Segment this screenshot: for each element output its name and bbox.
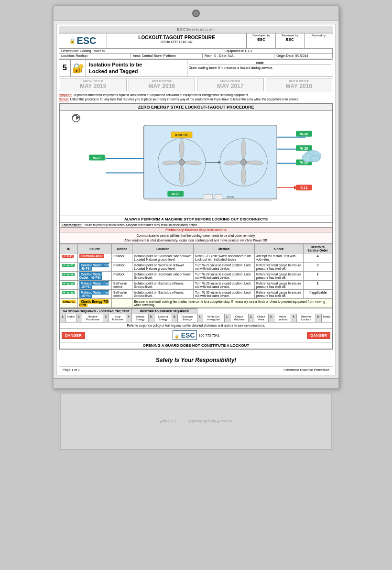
step-6-label: Dissipate Energy <box>177 314 197 322</box>
cell-id: ⮕ W-27 <box>60 263 78 272</box>
developed-by-value: ESC <box>248 37 274 42</box>
website-bar: ESCServices.com <box>59 26 333 33</box>
cell-device: Padlock <box>112 253 132 263</box>
col-check: Check <box>254 244 303 253</box>
svg-text:W-27: W-27 <box>93 156 101 159</box>
origin-date-cell: Origin Date: 5/1/2014 <box>274 54 333 58</box>
purpose-label: Purpose: <box>59 93 72 97</box>
reviewed-by-cell: Reviewed by ESC <box>275 33 304 48</box>
col-source: Source <box>78 244 112 253</box>
svg-text:W-28: W-28 <box>172 192 180 196</box>
source-badge: Kinetic Energy 750 RPM <box>79 299 109 307</box>
badge-content: ESCServices.com 🔒 ESC LOCKOUT-TAGOUT PRO… <box>56 24 336 375</box>
id-badge: ⮕ W-29 <box>62 282 75 285</box>
svg-text:W-30: W-30 <box>300 132 308 136</box>
step-1-num: 1. <box>60 314 66 322</box>
cell-check: Reference local gauge to ensure pressure… <box>254 263 303 272</box>
document-title: LOCKOUT-TAGOUT PROCEDURE <box>109 35 245 40</box>
col-device: Device <box>112 244 132 253</box>
cell-source: Electrical 480V <box>78 253 112 263</box>
cell-order: If applicable <box>304 290 332 299</box>
svg-text:E-11: E-11 <box>301 186 308 189</box>
location-cell: Location: Rooftop <box>59 54 131 58</box>
cell-id: ⮕ E-11 <box>60 253 78 263</box>
safety-section: Safety Is Your Responsibility! <box>59 351 333 366</box>
audit-year-4: 2018 <box>299 83 312 89</box>
refer-text: Refer to corporate policy or training ma… <box>60 322 332 328</box>
step-7-label: Verify De-energized <box>203 314 224 322</box>
scope-text: Utilize this procedure for any task that… <box>70 98 299 101</box>
r-step-5-label: Notify <box>321 314 332 322</box>
audit-year-2: 2016 <box>162 83 175 89</box>
zero-energy-title: ZERO ENERGY STATE LOCKOUT-TAGOUT PROCEDU… <box>60 104 332 111</box>
footer-phone: 866-773-7541 <box>199 334 220 337</box>
step-7-num: 7. <box>197 314 203 322</box>
enforcement-text: Failure to properly follow lockout-tagou… <box>83 223 198 227</box>
enforcement: Enforcement: Failure to properly follow … <box>60 223 332 228</box>
source-badge: Cooling Water Inlet - 40 PSI <box>79 263 109 271</box>
step-2-label: Review Procedure <box>82 314 103 322</box>
r-step-5-num: 5. <box>316 314 321 322</box>
cell-source: Makeup Water Inlet - 15 PSI <box>78 281 112 290</box>
col-location: Location <box>132 244 194 253</box>
diagram-svg: KINETIC <box>60 111 332 216</box>
cell-order: 4 <box>304 253 332 263</box>
title-area: LOCKOUT-TAGOUT PROCEDURE OSHA CFR 1910.1… <box>107 33 247 48</box>
step-2-num: 2. <box>76 314 82 322</box>
note-text: Drain cooling tower if it presents a haz… <box>189 66 331 69</box>
cell-method: Turn W-29 valve to closed position. Lock… <box>194 281 255 290</box>
step-6-num: 6. <box>172 314 177 322</box>
reviewed-by-label: Reviewed by <box>277 34 303 37</box>
step-5-num: 5. <box>148 314 154 322</box>
cell-device: Padlock <box>112 272 132 281</box>
table-row: ⮕ W-28 Cooling Water Outlet - 40 PSI Pad… <box>60 272 332 281</box>
step-4-num: 4. <box>126 314 132 322</box>
col-method: Method <box>194 244 255 253</box>
page-info-row: Page 1 of 1 Schematic Example Procedure <box>59 366 333 373</box>
osha-ref: OSHA CFR 1910.147 <box>109 40 245 44</box>
zero-energy-box: ZERO ENERGY STATE LOCKOUT-TAGOUT PROCEDU… <box>59 103 333 350</box>
footer-logo: 🔒 ESC <box>173 330 197 340</box>
note-label: Note <box>189 61 331 65</box>
svg-text:W-29: W-29 <box>300 146 308 150</box>
audit-month-2: MAY <box>149 83 163 89</box>
id-badge: ⮕ E-11 <box>62 255 74 258</box>
table-section: ID Source Device Location Method Check R… <box>60 244 332 308</box>
cell-source: Makeup Water Inlet - 15 PSI <box>78 290 112 299</box>
svg-text:KINETIC: KINETIC <box>175 133 188 137</box>
cell-method: Move E-11 knife switch disconnect to off… <box>194 253 255 263</box>
cell-id: ⮕ W-29 <box>60 281 78 290</box>
table-row: ⮕ W-30 Makeup Water Inlet - 15 PSI Ball … <box>60 290 332 299</box>
svg-point-33 <box>310 155 320 162</box>
header-row3: Location: Rooftop Area: Central Tower Pl… <box>59 54 333 58</box>
svg-text:ROOM: ROOM <box>227 196 234 198</box>
audit-cell-2: NEXT AUDIT DUE MAY 2016 <box>129 78 196 91</box>
audit-cell-4: NEXT AUDIT DUE MAY 2018 <box>266 78 333 91</box>
id-badge: ⮕ W-30 <box>62 291 75 294</box>
source-badge: Makeup Water Inlet - 15 PSI <box>79 290 109 298</box>
prelim-header: Preliminary Machine Stop Instructions <box>60 228 332 232</box>
step-5-label: Lockout Energy <box>154 314 172 322</box>
r-step-1-num: 1. <box>224 314 230 322</box>
badge-hole <box>192 10 200 17</box>
developed-by-cell: Developed by ESC <box>247 33 275 48</box>
dev-rev-area: Developed by ESC Reviewed by ESC Revised… <box>247 33 333 48</box>
cell-check: Reference local gauge to ensure pressure… <box>254 281 303 290</box>
col-order: Return to Service Order <box>304 244 332 253</box>
cell-source: Cooling Water Inlet - 40 PSI <box>78 263 112 272</box>
cell-device: Ball valve device <box>112 290 132 299</box>
cell-device: Padlock <box>112 263 132 272</box>
revised-by-label: Revised by <box>305 34 332 37</box>
main-table: ID Source Device Location Method Check R… <box>60 244 332 308</box>
lock-icon-area: 🔐 <box>71 60 86 77</box>
cell-method: Turn W-28 valve to closed position. Lock… <box>194 272 255 281</box>
step-4-label: Isolate Energy <box>132 314 149 322</box>
isolation-title-area: Isolation Points to be Locked and Tagged <box>86 60 187 77</box>
badge-top <box>54 6 338 21</box>
sequence-section: SHUTDOWN SEQUENCE - LOCK/TAG, TRY, TEST … <box>60 308 332 328</box>
cell-check: Reference local gauge to ensure pressure… <box>254 290 303 299</box>
scope-label: Scope: <box>59 98 69 101</box>
equipment-cell: Equipment #: CT-1 <box>222 49 333 53</box>
cell-method: Turn W-30 valve to closed position. Lock… <box>194 290 255 299</box>
svg-rect-35 <box>215 194 222 199</box>
